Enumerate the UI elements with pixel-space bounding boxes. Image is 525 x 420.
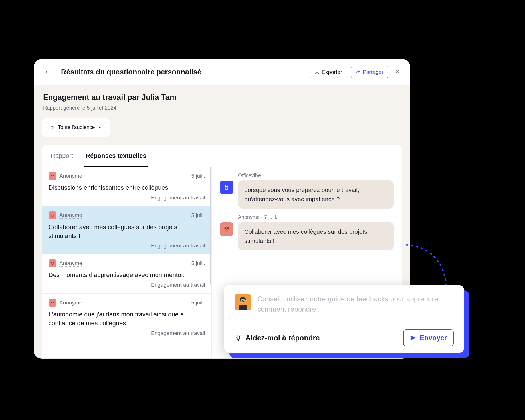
tab-report[interactable]: Rapport — [50, 145, 74, 167]
response-author: Anonyme — [59, 260, 82, 267]
question-text: Lorsque vous vous préparez pour le trava… — [238, 180, 394, 209]
response-tag: Engagement au travail — [49, 195, 205, 201]
svg-point-3 — [53, 175, 54, 176]
header-actions: Exporter Partager — [310, 66, 402, 78]
response-item[interactable]: Anonyme 5 juill. L'autonomie que j'ai da… — [42, 294, 211, 342]
response-date: 5 juill. — [191, 212, 205, 219]
share-button[interactable]: Partager — [351, 66, 388, 78]
chevron-left-icon — [44, 70, 49, 75]
question-row: õ Officevibe Lorsque vous vous préparez … — [220, 173, 394, 209]
lightbulb-icon — [235, 334, 242, 342]
response-date: 5 juill. — [191, 173, 205, 179]
response-text: Collaborer avec mes collègues sur des pr… — [49, 223, 205, 241]
svg-point-2 — [51, 175, 52, 176]
answer-sender-line: Anonyme - 7 juill. — [238, 214, 394, 220]
responses-list[interactable]: Anonyme 5 juill. Discussions enrichissan… — [42, 167, 212, 359]
report-title: Engagement au travail par Julia Tam — [43, 93, 401, 102]
response-item[interactable]: Anonyme 5 juill. Des moments d'apprentis… — [42, 254, 211, 294]
svg-point-0 — [51, 126, 53, 127]
report-generated-date: Rapport généré le 5 juillet 2024 — [43, 105, 401, 111]
back-button[interactable] — [42, 68, 51, 76]
svg-point-8 — [51, 302, 52, 303]
send-label: Envoyer — [420, 334, 447, 342]
tab-text-responses[interactable]: Réponses textuelles — [84, 145, 148, 167]
audience-filter-button[interactable]: Toute l'audience — [46, 122, 106, 133]
audience-icon — [50, 125, 55, 130]
response-tag: Engagement au travail — [49, 243, 205, 249]
anonymous-avatar-icon — [220, 222, 233, 236]
response-text: Des moments d'apprentissage avec mon men… — [49, 271, 205, 280]
svg-point-12 — [226, 230, 227, 231]
filter-bar: Toute l'audience — [42, 118, 110, 137]
reply-card: Conseil : utilisez notre guide de feedba… — [224, 285, 464, 353]
response-author: Anonyme — [59, 300, 82, 306]
answer-row: Anonyme - 7 juill. Collaborer avec mes c… — [220, 214, 394, 250]
question-sender: Officevibe — [238, 173, 394, 179]
help-label: Aidez-moi à répondre — [245, 334, 320, 342]
response-text: Discussions enrichissantes entre collègu… — [49, 183, 205, 192]
answer-date: - 7 juill. — [260, 214, 277, 220]
download-icon — [315, 70, 319, 74]
svg-point-7 — [53, 263, 54, 263]
user-avatar — [235, 294, 251, 310]
export-label: Exporter — [322, 69, 342, 75]
anonymous-avatar-icon — [49, 211, 56, 219]
help-me-respond-button[interactable]: Aidez-moi à répondre — [235, 334, 320, 342]
svg-point-5 — [53, 215, 54, 215]
share-label: Partager — [363, 69, 383, 75]
officevibe-avatar-icon: õ — [220, 181, 233, 194]
response-date: 5 juill. — [191, 260, 205, 266]
svg-point-6 — [51, 263, 52, 263]
response-author: Anonyme — [59, 173, 82, 179]
audience-filter-label: Toute l'audience — [58, 124, 95, 130]
window-header: Résultats du questionnaire personnalisé … — [34, 59, 410, 85]
send-icon — [410, 335, 416, 341]
svg-point-9 — [53, 302, 54, 303]
anonymous-avatar-icon — [49, 259, 56, 267]
response-date: 5 juill. — [191, 300, 205, 306]
page-title: Résultats du questionnaire personnalisé — [61, 68, 305, 76]
response-author: Anonyme — [59, 212, 82, 219]
response-tag: Engagement au travail — [49, 282, 205, 288]
send-button[interactable]: Envoyer — [403, 329, 454, 346]
anonymous-avatar-icon — [49, 172, 56, 180]
response-text: L'autonomie que j'ai dans mon travail ai… — [49, 310, 205, 328]
export-button[interactable]: Exporter — [310, 66, 347, 78]
svg-point-1 — [53, 126, 54, 127]
scrollbar[interactable] — [210, 167, 211, 284]
reply-input[interactable]: Conseil : utilisez notre guide de feedba… — [257, 294, 454, 314]
close-button[interactable] — [392, 67, 402, 78]
response-tag: Engagement au travail — [49, 330, 205, 336]
divider — [56, 66, 56, 78]
report-header: Engagement au travail par Julia Tam Rapp… — [42, 93, 402, 118]
answer-text: Collaborer avec mes collègues sur des pr… — [238, 222, 394, 250]
svg-point-11 — [227, 228, 229, 229]
svg-point-10 — [225, 228, 226, 229]
tabs: Rapport Réponses textuelles — [42, 145, 402, 167]
answer-sender: Anonyme — [238, 214, 260, 220]
share-icon — [356, 70, 360, 74]
svg-rect-19 — [239, 305, 247, 310]
svg-point-4 — [51, 215, 52, 215]
response-item[interactable]: Anonyme 5 juill. Collaborer avec mes col… — [42, 206, 211, 255]
anonymous-avatar-icon — [49, 299, 56, 307]
response-item[interactable]: Anonyme 5 juill. Discussions enrichissan… — [42, 167, 211, 206]
close-icon — [394, 68, 400, 75]
chevron-down-icon — [98, 126, 102, 130]
